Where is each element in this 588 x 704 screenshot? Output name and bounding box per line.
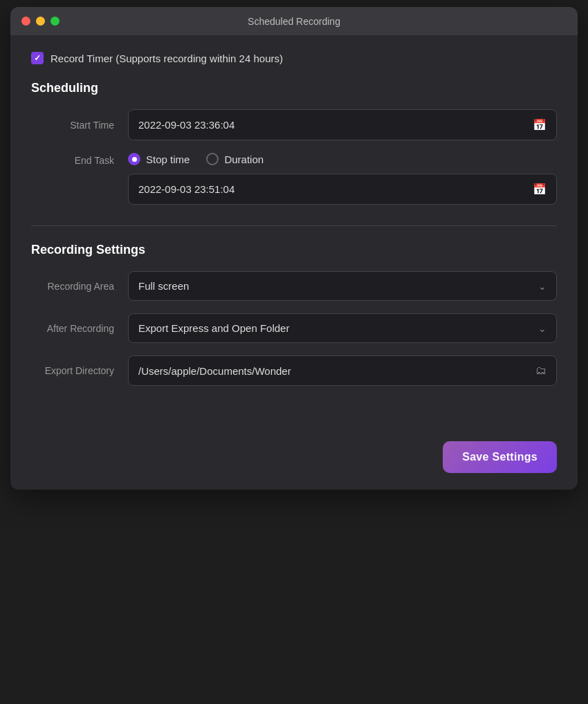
close-button[interactable] [21,17,30,26]
end-task-label: End Task [31,153,114,166]
after-recording-label: After Recording [31,323,114,334]
section-divider [31,225,557,226]
window-title: Scheduled Recording [248,16,340,27]
recording-settings-title: Recording Settings [31,243,557,257]
stop-time-option[interactable]: Stop time [128,153,190,165]
recording-area-value: Full screen [138,280,189,292]
record-timer-label: Record Timer (Supports recording within … [50,53,283,64]
main-content: ✓ Record Timer (Supports recording withi… [10,35,578,427]
radio-row: Stop time Duration [128,153,557,165]
after-recording-row: After Recording Export Express and Open … [31,313,557,343]
save-settings-button[interactable]: Save Settings [443,441,557,473]
end-task-date-wrapper: 2022-09-03 23:51:04 📅 [128,174,557,205]
after-recording-select[interactable]: Export Express and Open Folder ⌄ [128,313,557,343]
duration-option[interactable]: Duration [206,153,264,165]
after-recording-value: Export Express and Open Folder [138,322,289,334]
folder-icon: 🗂 [535,364,546,377]
calendar-icon-end: 📅 [533,183,546,196]
start-time-input[interactable]: 2022-09-03 23:36:04 📅 [128,109,557,140]
recording-area-select[interactable]: Full screen ⌄ [128,271,557,301]
end-task-row: End Task Stop time Duration [31,153,557,205]
bottom-bar: Save Settings [10,427,578,490]
minimize-button[interactable] [36,17,45,26]
chevron-down-icon: ⌄ [538,281,546,292]
export-directory-field: /Users/apple/Documents/Wonder 🗂 [128,355,557,386]
recording-area-label: Recording Area [31,281,114,292]
record-timer-checkbox[interactable]: ✓ [31,52,44,64]
calendar-icon: 📅 [533,118,546,131]
maximize-button[interactable] [50,17,59,26]
export-directory-label: Export Directory [31,365,114,376]
recording-settings-section: Recording Settings Recording Area Full s… [31,243,557,386]
stop-time-radio[interactable] [128,153,140,165]
recording-area-row: Recording Area Full screen ⌄ [31,271,557,301]
end-time-input[interactable]: 2022-09-03 23:51:04 📅 [128,174,557,205]
radio-inner-dot [132,157,137,162]
duration-radio[interactable] [206,153,219,165]
end-task-wrapper: Stop time Duration 2022-09-03 23:51:04 📅 [128,153,557,205]
export-directory-input[interactable]: /Users/apple/Documents/Wonder 🗂 [128,355,557,386]
main-window: Scheduled Recording ✓ Record Timer (Supp… [10,7,578,490]
record-timer-row: ✓ Record Timer (Supports recording withi… [31,52,557,64]
scheduling-section: Scheduling Start Time 2022-09-03 23:36:0… [31,81,557,205]
start-time-value: 2022-09-03 23:36:04 [138,119,235,131]
stop-time-label: Stop time [146,154,190,165]
after-recording-field: Export Express and Open Folder ⌄ [128,313,557,343]
export-directory-row: Export Directory /Users/apple/Documents/… [31,355,557,386]
export-directory-value: /Users/apple/Documents/Wonder [138,365,529,377]
start-time-label: Start Time [31,120,114,131]
recording-area-field: Full screen ⌄ [128,271,557,301]
duration-label: Duration [224,154,264,165]
start-time-field: 2022-09-03 23:36:04 📅 [128,109,557,140]
traffic-lights [21,17,59,26]
start-time-row: Start Time 2022-09-03 23:36:04 📅 [31,109,557,140]
chevron-down-icon-2: ⌄ [538,323,546,334]
end-time-value: 2022-09-03 23:51:04 [138,183,235,195]
titlebar: Scheduled Recording [10,7,578,35]
checkmark-icon: ✓ [34,53,41,63]
scheduling-title: Scheduling [31,81,557,95]
